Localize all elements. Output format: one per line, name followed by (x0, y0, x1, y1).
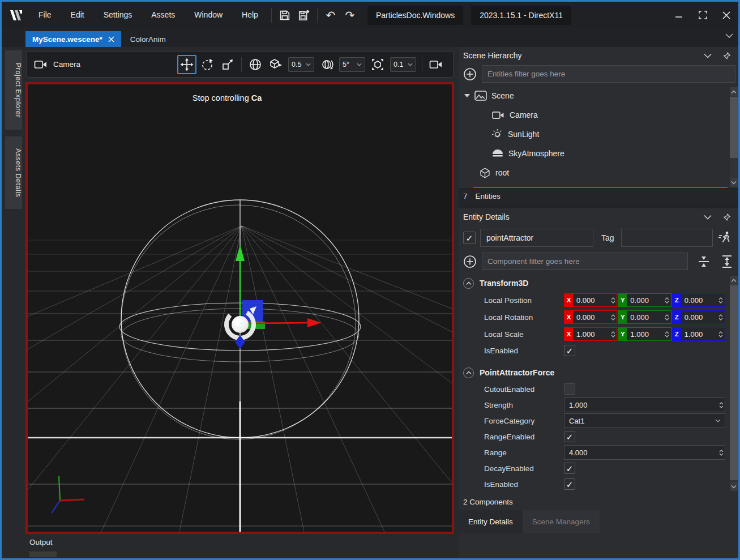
coordinate-space-button[interactable] (246, 55, 265, 74)
menu-settings[interactable]: Settings (94, 2, 142, 28)
viewport-camera-button[interactable] (426, 55, 446, 74)
axis-x-value[interactable]: 1.000 (573, 328, 609, 340)
pin-icon[interactable] (723, 213, 731, 221)
collapse-all-icon[interactable] (698, 255, 710, 268)
spinner[interactable] (717, 294, 725, 306)
spinner[interactable] (664, 328, 671, 340)
spinner[interactable] (664, 311, 671, 323)
tab-coloranim[interactable]: ColorAnim (121, 31, 175, 47)
axis-y-value[interactable]: 1.000 (627, 328, 663, 340)
expander-down-icon[interactable] (464, 94, 470, 97)
scale-z-field[interactable]: Z 1.000 (672, 327, 725, 341)
maximize-button[interactable] (691, 2, 715, 28)
scale-y-field[interactable]: Y 1.000 (618, 327, 671, 341)
tree-row-root[interactable]: root (459, 163, 740, 182)
add-component-button[interactable] (463, 255, 477, 268)
pointattractorforce-section-header[interactable]: PointAttractorForce (459, 364, 728, 381)
forcecategory-select[interactable]: Cat1 (564, 413, 725, 428)
tree-row-sunlight[interactable]: SunLight (459, 125, 740, 144)
redo-button[interactable]: ↷ (340, 8, 360, 22)
rotation-y-field[interactable]: Y 0.000 (618, 310, 671, 324)
pin-icon[interactable] (723, 52, 731, 60)
spinner[interactable] (664, 294, 671, 306)
entity-tag-input[interactable] (621, 229, 713, 247)
axis-z-value[interactable]: 1.000 (681, 328, 717, 340)
range-field[interactable]: 4.000 (564, 445, 725, 460)
scale-x-field[interactable]: X 1.000 (564, 327, 617, 341)
scale-tool-button[interactable] (218, 55, 237, 74)
collapse-section-icon[interactable] (463, 367, 474, 378)
spinner[interactable] (717, 311, 725, 323)
strength-value[interactable]: 1.000 (564, 401, 717, 409)
entity-name-input[interactable] (480, 229, 593, 247)
tree-row-scene[interactable]: Scene (459, 86, 740, 105)
force-isenabled-checkbox[interactable] (564, 478, 575, 490)
rotate-snap-select[interactable]: 5° (339, 57, 365, 72)
menu-file[interactable]: File (29, 2, 61, 28)
entity-enabled-checkbox[interactable] (463, 232, 476, 244)
sidebar-tab-assets-details[interactable]: Assets Details (5, 136, 22, 209)
transform3d-section-header[interactable]: Transform3D (459, 275, 728, 292)
tab-entity-details[interactable]: Entity Details (459, 510, 523, 533)
collapse-section-icon[interactable] (463, 278, 474, 289)
axis-x-value[interactable]: 0.000 (573, 294, 609, 306)
spinner[interactable] (609, 328, 617, 340)
menu-assets[interactable]: Assets (142, 2, 185, 28)
close-button[interactable] (715, 2, 738, 28)
rotate-tool-button[interactable] (198, 55, 217, 74)
tab-list-chevron-icon[interactable] (725, 32, 734, 39)
axis-x-value[interactable]: 0.000 (573, 311, 609, 323)
component-filter-input[interactable] (482, 253, 688, 270)
position-z-field[interactable]: Z 0.000 (672, 293, 725, 307)
axis-z-value[interactable]: 0.000 (681, 311, 717, 323)
move-tool-button[interactable] (177, 55, 196, 74)
axis-y-value[interactable]: 0.000 (627, 294, 663, 306)
panel-divider[interactable] (459, 204, 740, 208)
menu-window[interactable]: Window (185, 2, 232, 28)
range-value[interactable]: 4.000 (564, 448, 717, 457)
spinner[interactable] (609, 311, 617, 323)
spinner[interactable] (717, 402, 725, 408)
tab-myscene[interactable]: MyScene.wescene* (25, 31, 121, 47)
tab-scene-managers[interactable]: Scene Managers (523, 510, 600, 533)
transform-isenabled-checkbox[interactable] (564, 345, 575, 356)
decayenabled-checkbox[interactable] (564, 463, 575, 474)
strength-field[interactable]: 1.000 (564, 397, 725, 412)
rotation-z-field[interactable]: Z 0.000 (672, 310, 725, 324)
viewport-3d-scene[interactable] (28, 84, 452, 532)
tree-row-camera[interactable]: Camera (459, 105, 740, 125)
output-scrollbar-handle[interactable] (29, 552, 57, 557)
entities-filter-input[interactable] (482, 65, 735, 83)
hierarchy-scrollbar[interactable] (730, 87, 738, 187)
scale-snap-icon[interactable] (368, 55, 387, 74)
spinner[interactable] (717, 450, 725, 456)
expand-all-icon[interactable] (721, 255, 735, 268)
save-all-button[interactable] (294, 6, 314, 25)
axis-y-value[interactable]: 0.000 (627, 311, 663, 323)
menu-edit[interactable]: Edit (61, 2, 94, 28)
translate-snap-select[interactable]: 0.5 (288, 57, 314, 72)
output-panel-title[interactable]: Output (29, 538, 53, 546)
entity-details-scrollbar[interactable] (730, 276, 738, 491)
spinner[interactable] (609, 294, 617, 306)
position-x-field[interactable]: X 0.000 (564, 293, 617, 307)
tree-row-skyatmosphere[interactable]: SkyAtmosphere (459, 144, 740, 163)
rangeenabled-checkbox[interactable] (564, 431, 575, 442)
sidebar-tab-project-explorer[interactable]: Project Explorer (5, 50, 22, 130)
rotation-x-field[interactable]: X 0.000 (564, 310, 617, 324)
undo-button[interactable]: ↶ (321, 8, 340, 22)
3d-viewport[interactable]: Stop controlling Ca (25, 82, 454, 534)
scale-snap-select[interactable]: 0.1 (390, 57, 416, 72)
camera-selector[interactable]: Camera (53, 60, 80, 69)
spinner[interactable] (717, 328, 725, 340)
menu-help[interactable]: Help (232, 2, 268, 28)
panel-chevron-icon[interactable] (704, 215, 712, 220)
minimize-button[interactable] (667, 2, 691, 28)
save-button[interactable] (275, 6, 294, 25)
axis-z-value[interactable]: 0.000 (681, 294, 717, 306)
cutoutenabled-checkbox[interactable] (564, 383, 575, 395)
translate-snap-icon[interactable] (266, 55, 285, 74)
rotate-snap-icon[interactable] (317, 55, 336, 74)
position-y-field[interactable]: Y 0.000 (618, 293, 671, 307)
panel-chevron-icon[interactable] (704, 53, 712, 58)
